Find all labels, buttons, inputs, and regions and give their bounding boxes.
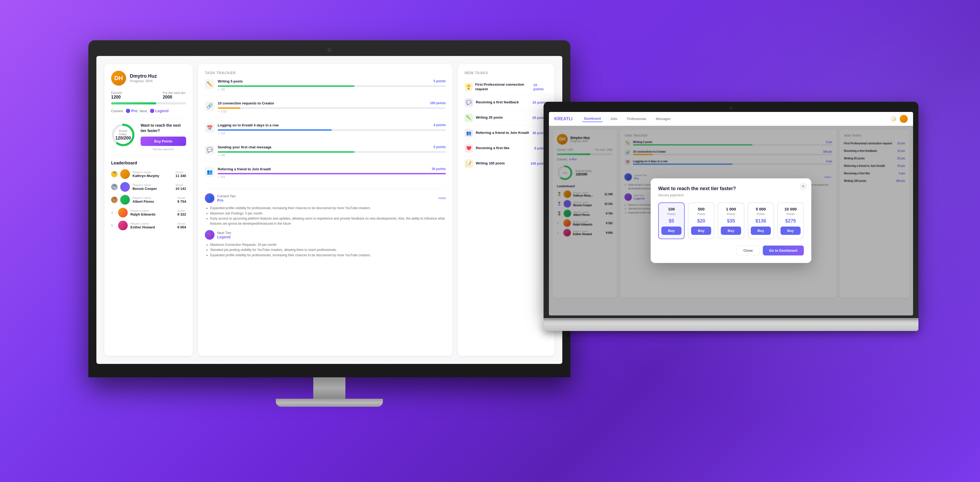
next-tier-label: For the next tier: [163, 91, 186, 95]
new-task-name-5: Receiving a first like [476, 146, 509, 151]
points-amount-4: 5 000 [751, 207, 771, 211]
current-tier-header: 🔵 Current Tier: Pro more [205, 193, 446, 203]
laptop-nav-jobs[interactable]: Jobs [608, 116, 619, 122]
current-tier-name-display: Pro [217, 198, 236, 202]
leaderboard-item-4: 4 Player's name Ralph Edwards Score 9 32… [111, 208, 186, 218]
new-task-icon-6: 📝 [465, 159, 473, 168]
laptop-user-avatar[interactable] [900, 115, 908, 123]
player-info-4: Player's name Ralph Edwards [130, 209, 175, 216]
task-sub-5: ✓ 2/4 [218, 175, 446, 179]
points-price-3: $35 [721, 218, 741, 224]
points-card-500[interactable]: 500 Points $20 Buy [688, 202, 714, 239]
task-sub-4: ✓ 3/5 [218, 154, 446, 157]
task-bar-4 [218, 151, 446, 153]
next-tier-badge: Legend [150, 109, 169, 113]
task-item-3: 📅 Logging on to Kreatli 4 days in a row … [205, 123, 446, 140]
leaderboard-title: Leaderboard [111, 161, 186, 165]
next-tier-bullet-3: Expanded profile visibility for professi… [210, 253, 446, 258]
go-to-dashboard-button[interactable]: Go to Dashboard [763, 245, 804, 256]
laptop-camera-row [549, 107, 913, 109]
buy-btn-1[interactable]: Buy [661, 226, 681, 235]
modal-close-button[interactable]: × [800, 183, 807, 190]
circle-chart: Erned today: 120/200 [111, 123, 135, 147]
task-name-2: 10 connection requests to Creator [218, 101, 274, 106]
user-info: Dmytro Huz Progress: 60% [130, 73, 157, 83]
task-fill-4 [218, 151, 355, 153]
new-task-item-5: ❤️ Receiving a first like 5 points [465, 141, 547, 156]
task-header-3: Logging on to Kreatli 4 days in a row 4 … [218, 123, 446, 128]
new-task-item-6: 📝 Writing 100 posts 100 points [465, 156, 547, 171]
laptop-hinge [544, 318, 918, 320]
player-info-1: Player's name Kathryn Murphy [132, 170, 173, 178]
moon-icon[interactable]: 🌙 [891, 116, 897, 122]
laptop-nav-professionals[interactable]: Professionals [625, 116, 648, 122]
leaderboard-item-3: 🥉 Player's name Albert Flores Score 9 75… [111, 195, 186, 205]
points-amount-1: 100 [661, 207, 681, 211]
buy-btn-3[interactable]: Buy [721, 226, 741, 235]
task-name-4: Sending your first chat message [218, 145, 272, 150]
buy-btn-5[interactable]: Buy [781, 226, 800, 235]
laptop-nav-dashboard[interactable]: Dashboard [582, 116, 603, 122]
task-item-2: 🔗 10 connection requests to Creator 100 … [205, 101, 446, 118]
laptop-camera [730, 107, 732, 109]
new-task-item-3: ✏️ Writing 25 posts 25 points [465, 110, 547, 126]
earned-today-label: Erned today: [115, 129, 131, 136]
task-points-2: 100 points [430, 101, 446, 105]
monitor-stand-base [276, 399, 383, 407]
desktop-right-panel: New Tasks 🏆 First Professional connectio… [458, 64, 554, 356]
points-card-5000[interactable]: 5 000 Points $136 Buy [748, 202, 774, 239]
modal-footer: Close Go to Dashboard [658, 245, 804, 256]
task-icon-1: ✏️ [205, 79, 215, 89]
task-bar-2 [218, 107, 446, 109]
laptop-logo: KREATLI [554, 116, 573, 121]
current-tier-bullets: Expanded profile visibility for professi… [205, 206, 446, 226]
modal-overlay: × Want to reach the next tier faster? Se… [549, 126, 913, 315]
points-card-100[interactable]: 100 Points $5 Buy [658, 202, 685, 239]
player-score-4: Score 9 322 [177, 209, 186, 216]
current-tier-section: 🔵 Current Tier: Pro more Expanded profil… [205, 189, 446, 258]
task-name-1: Writing 5 posts [218, 79, 243, 84]
modal-subtitle: Secure payment [658, 193, 804, 197]
modal-title: Want to reach the next tier faster? [658, 186, 804, 191]
laptop-nav-messages[interactable]: Messages [654, 116, 673, 122]
current-tier-name: Pro [131, 109, 137, 113]
buy-btn-2[interactable]: Buy [691, 226, 711, 235]
points-card-10000[interactable]: 10 000 Points $275 Buy [777, 202, 804, 239]
buy-points-button[interactable]: Buy Points [141, 137, 186, 146]
player-score-5: Score 9 004 [177, 222, 186, 229]
task-content-2: 10 connection requests to Creator 100 po… [218, 101, 446, 113]
new-task-points-1: 10 points [533, 83, 547, 91]
laptop-dashboard: KREATLI Dashboard Jobs Professionals Mes… [549, 112, 913, 315]
buy-btn-4[interactable]: Buy [751, 226, 771, 235]
laptop: KREATLI Dashboard Jobs Professionals Mes… [544, 102, 918, 331]
player-score-1: Score 11 340 [175, 170, 186, 178]
leaderboard-item-1: 🥇 Player's name Kathryn Murphy Score 11 … [111, 169, 186, 179]
desktop-middle-panel: Task Tracker ✏️ Writing 5 posts 5 points [198, 64, 452, 356]
earned-stat: Earned: 1200 [111, 91, 123, 100]
stats-row: Earned: 1200 For the next tier: 2000 [111, 91, 186, 100]
new-task-item-1: 🏆 First Professional connection request … [465, 79, 547, 95]
laptop-content-area: DH Dmytro Huz Progress: 60% Earned: 1200 [549, 126, 913, 315]
player-avatar-2 [120, 182, 130, 192]
scene: DH Dmytro Huz Progress: 60% Earned: 1200 [62, 27, 918, 455]
new-task-icon-1: 🏆 [465, 83, 473, 91]
points-amount-3: 1 000 [721, 207, 741, 211]
next-tier-name-display: Legend [217, 235, 232, 239]
tier-row: Current: Pro Next: Legend [111, 109, 186, 113]
more-link[interactable]: more [439, 196, 446, 200]
player-name-label: Player's name [132, 170, 173, 174]
current-tier-info: Current Tier: Pro [217, 194, 236, 202]
task-sub-1: ✓ 3/5 [218, 88, 446, 91]
points-card-1000[interactable]: 1 000 Points $35 Buy [718, 202, 744, 239]
new-task-name-6: Writing 100 posts [476, 161, 505, 166]
new-task-icon-2: 💬 [465, 98, 473, 107]
next-tier-header: 🟣 Next Tier: Legend [205, 230, 446, 240]
next-label: Next: [140, 109, 148, 113]
task-header-1: Writing 5 posts 5 points [218, 79, 446, 84]
monitor-frame: DH Dmytro Huz Progress: 60% Earned: 1200 [88, 40, 570, 377]
points-amount-2: 500 [691, 207, 711, 211]
user-name: Dmytro Huz [130, 73, 157, 79]
task-points-3: 4 points [433, 123, 446, 127]
modal-close-footer-button[interactable]: Close [737, 245, 759, 256]
new-task-icon-5: ❤️ [465, 144, 473, 153]
